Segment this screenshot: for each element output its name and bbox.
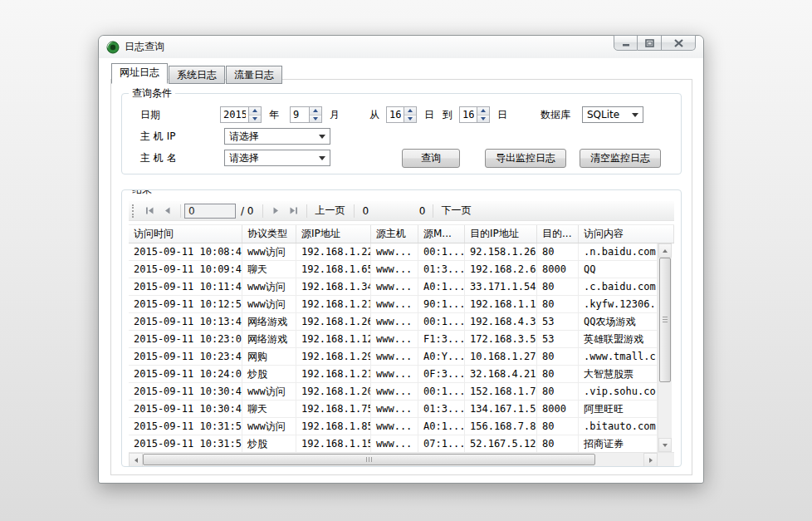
scroll-down-icon [663,444,668,447]
to-day-spin-up[interactable] [477,107,489,115]
table-row[interactable]: 2015-09-11 10:31:59 炒股 192.168.1.15 www.… [129,435,658,452]
cell-dest-ip: 33.171.1.54 [465,278,537,295]
column-header[interactable]: 访问内容 [579,225,674,243]
last-page-button[interactable] [286,204,301,219]
next-record-button[interactable] [268,204,283,219]
minimize-button[interactable] [614,35,638,51]
tab-url-log[interactable]: 网址日志 [111,63,168,84]
year-spin-up[interactable] [249,107,261,115]
table-row[interactable]: 2015-09-11 10:23:09 网络游戏 192.168.1.125 w… [129,331,658,348]
host-name-select[interactable]: 请选择 [224,150,330,166]
database-select[interactable]: SQLite [582,106,643,123]
from-day-input[interactable] [387,107,404,122]
column-header[interactable]: 源IP地址 [296,225,371,243]
spin-up-icon [313,109,318,112]
column-header[interactable]: 目的IP地址 [465,225,537,243]
year-spinner [220,106,262,123]
first-page-button[interactable] [142,204,157,219]
cell-protocol-type: 聊天 [242,261,296,278]
title-bar[interactable]: 日志查询 [99,36,703,58]
toolbar-grip-icon[interactable] [132,204,135,218]
cell-dest-ip: 92.158.1.26 [465,243,537,260]
cell-source-ip: 192.168.1.65 [296,261,371,278]
from-day-spin-up[interactable] [404,107,416,115]
month-spin-up[interactable] [310,107,321,115]
cell-access-content: .bitauto.com [579,418,658,435]
tab-system-log[interactable]: 系统日志 [169,66,225,84]
cell-dest-ip: 10.168.1.27 [465,348,537,365]
scroll-left-button[interactable] [129,453,143,466]
from-day-spinner [386,106,417,123]
horizontal-scrollbar[interactable] [129,453,658,466]
table-row[interactable]: 2015-09-11 10:30:45 www访问 192.168.1.200 … [129,383,658,401]
vertical-scrollbar-thumb[interactable] [659,258,671,382]
vertical-scrollbar[interactable] [658,243,672,452]
table-row[interactable]: 2015-09-11 10:30:49 聊天 192.168.1.75 www.… [129,401,658,418]
window-controls [614,35,696,51]
spin-up-icon [252,109,257,112]
horizontal-scrollbar-track[interactable] [595,453,643,466]
vertical-scrollbar-track[interactable] [658,382,672,438]
export-log-button[interactable]: 导出监控日志 [485,149,566,168]
spin-down-icon [252,117,257,120]
cell-access-time: 2015-09-11 10:31:55 [129,418,242,435]
column-header[interactable]: 源主机 [371,225,418,243]
month-input[interactable] [291,107,309,122]
cell-dest-ip: 32.168.4.215 [465,366,537,382]
query-button[interactable]: 查询 [402,149,460,168]
table-row[interactable]: 2015-09-11 10:24:08 炒股 192.168.1.215 www… [129,366,658,383]
maximize-button[interactable] [638,35,662,51]
table-row[interactable]: 2015-09-11 10:09:48 聊天 192.168.1.65 www.… [129,261,658,278]
cell-dest-port: 53 [537,331,579,347]
cell-source-ip: 192.168.1.222 [296,243,371,260]
host-ip-select[interactable]: 请选择 [224,128,330,145]
year-input[interactable] [221,107,248,122]
cell-dest-port: 8000 [537,261,579,278]
cell-source-ip: 192.168.1.125 [296,331,371,347]
page-total-label: / 0 [236,204,259,219]
scroll-right-button[interactable] [643,453,658,466]
column-header[interactable]: 目的... [537,225,579,243]
cell-access-content: 招商证券 [579,435,658,452]
from-day-spin-down[interactable] [404,115,416,123]
column-header[interactable]: 源M... [418,225,465,243]
host-ip-label: 主 机 IP [140,130,220,144]
to-day-spinner [459,106,490,123]
year-spin-down[interactable] [249,115,261,123]
to-day-spin-down[interactable] [477,115,489,123]
close-button[interactable] [662,35,696,51]
toolbar-separator [262,204,263,218]
month-spin-down[interactable] [310,115,321,123]
cell-protocol-type: www访问 [242,296,296,312]
next-record-icon [272,207,279,214]
cell-access-time: 2015-09-11 10:12:55 [129,296,242,312]
table-row[interactable]: 2015-09-11 10:13:45 网络游戏 192.168.1.26 ww… [129,313,658,331]
prev-page-button[interactable]: 上一页 [311,202,350,219]
tab-traffic-log[interactable]: 流量日志 [226,66,282,84]
cell-protocol-type: 网购 [242,348,296,365]
cell-dest-ip: 192.168.1.12 [465,296,537,312]
column-header[interactable]: 访问时间 [129,225,242,243]
table-row[interactable]: 2015-09-11 10:31:55 www访问 192.168.1.85 w… [129,418,658,435]
scroll-down-button[interactable] [658,438,672,452]
cell-dest-port: 80 [537,435,579,452]
to-day-input[interactable] [460,107,477,122]
cell-dest-ip: 192.168.4.33 [465,313,537,330]
prev-record-button[interactable] [160,204,175,219]
table-row[interactable]: 2015-09-11 10:11:43 www访问 192.168.1.34 w… [129,278,658,296]
cell-source-ip: 192.168.1.29 [296,348,371,365]
cell-access-content: .n.baidu.com [579,243,658,260]
horizontal-scrollbar-thumb[interactable] [143,454,595,465]
cell-protocol-type: 炒股 [242,366,296,382]
table-row[interactable]: 2015-09-11 10:08:45 www访问 192.168.1.222 … [129,243,658,261]
scroll-up-button[interactable] [658,243,672,258]
column-header[interactable]: 协议类型 [242,225,296,243]
cell-source-host: www... [371,331,418,347]
page-number-input[interactable] [184,204,236,219]
cell-source-ip: 192.168.1.215 [296,366,371,382]
table-row[interactable]: 2015-09-11 10:23:47 网购 192.168.1.29 www.… [129,348,658,366]
next-page-button[interactable]: 下一页 [437,202,477,219]
date-label: 日期 [140,108,220,122]
table-row[interactable]: 2015-09-11 10:12:55 www访问 192.168.1.212 … [129,296,658,313]
clear-log-button[interactable]: 清空监控日志 [580,149,661,168]
